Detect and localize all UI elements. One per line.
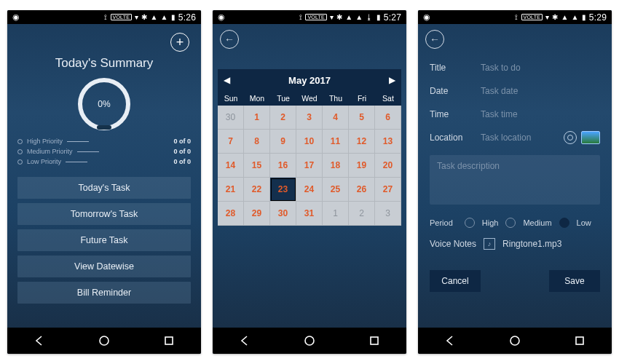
priority-label: Medium Priority [27, 148, 73, 155]
calendar-cell[interactable]: 9 [270, 130, 296, 154]
volte-badge: VOLTE [305, 14, 326, 20]
calendar-cell[interactable]: 23 [270, 178, 296, 202]
period-label: Period [430, 218, 453, 227]
field-label-title: Title [430, 63, 470, 73]
priority-dot-icon [17, 159, 23, 165]
calendar-cell[interactable]: 20 [375, 154, 401, 178]
menu-todays-task[interactable]: Today's Task [17, 177, 191, 199]
description-input[interactable]: Task description [430, 155, 600, 205]
image-thumbnail-icon[interactable] [581, 131, 600, 144]
calendar-cell[interactable]: 16 [270, 154, 296, 178]
svg-point-2 [305, 336, 314, 345]
time-input[interactable]: Task time [481, 109, 600, 119]
calendar-cell[interactable]: 25 [323, 178, 349, 202]
calendar-cell[interactable]: 21 [218, 178, 244, 202]
nav-back-icon[interactable] [230, 332, 259, 349]
android-navbar [213, 328, 406, 354]
radio-label-low: Low [577, 218, 591, 227]
radio-low[interactable] [559, 218, 569, 228]
back-button[interactable]: ← [425, 30, 444, 49]
calendar-cell[interactable]: 28 [218, 202, 244, 226]
nav-back-icon[interactable] [435, 332, 465, 349]
calendar-cell[interactable]: 13 [375, 130, 401, 154]
app-indicator-icon: ◉ [423, 12, 430, 22]
description-placeholder: Task description [437, 161, 500, 171]
calendar-cell[interactable]: 14 [218, 154, 244, 178]
priority-legend: High Priority 0 of 0 Medium Priority 0 o… [17, 136, 191, 167]
calendar-cell[interactable]: 10 [296, 130, 323, 154]
battery-icon: ▮ [376, 13, 381, 21]
voice-file-name[interactable]: Ringtone1.mp3 [502, 239, 561, 249]
nav-home-icon[interactable] [500, 332, 529, 349]
radio-high[interactable] [465, 218, 475, 228]
calendar-cell[interactable]: 15 [244, 154, 270, 178]
calendar-cell[interactable]: 8 [244, 130, 270, 154]
settings-icon: ✱ [552, 13, 558, 21]
calendar-cell[interactable]: 30 [218, 106, 244, 130]
progress-percent: 0% [98, 99, 110, 109]
location-input[interactable]: Task location [481, 132, 553, 143]
nav-recents-icon[interactable] [154, 332, 184, 349]
nav-home-icon[interactable] [295, 332, 324, 349]
radio-medium[interactable] [505, 218, 516, 228]
calendar-cell[interactable]: 24 [296, 178, 323, 202]
calendar-cell[interactable]: 12 [349, 130, 375, 154]
calendar-cell[interactable]: 11 [323, 130, 349, 154]
calendar-cell[interactable]: 3 [296, 106, 323, 130]
calendar-cell[interactable]: 27 [375, 178, 401, 202]
calendar-day-label: Wed [296, 91, 323, 106]
add-task-button[interactable]: + [170, 33, 189, 52]
music-note-icon[interactable] [484, 238, 495, 250]
priority-dot-icon [17, 139, 23, 144]
nav-recents-icon[interactable] [565, 332, 594, 349]
svg-rect-1 [165, 337, 173, 344]
app-indicator-icon: ◉ [218, 12, 225, 22]
calendar-cell[interactable]: 6 [375, 106, 401, 130]
nav-back-icon[interactable] [25, 332, 54, 349]
signal-icon: ▲ [572, 13, 579, 21]
menu-bill-reminder[interactable]: Bill Reminder [17, 282, 191, 304]
calendar-cell[interactable]: 17 [296, 154, 323, 178]
calendar-cell[interactable]: 2 [270, 106, 296, 130]
back-button[interactable]: ← [220, 30, 239, 49]
calendar-cell[interactable]: 3 [375, 202, 401, 226]
calendar-cell[interactable]: 7 [218, 130, 244, 154]
calendar-cell[interactable]: 26 [349, 178, 375, 202]
calendar-cell[interactable]: 1 [323, 202, 349, 226]
next-month-button[interactable]: ▶ [389, 75, 395, 85]
calendar-cell[interactable]: 29 [244, 202, 270, 226]
calendar-cell[interactable]: 18 [323, 154, 349, 178]
signal-icon: ▲ [161, 13, 168, 21]
status-bar: ◉ ⟟ VOLTE ▾ ✱ ▲ ▲ ▮ 5:29 [418, 10, 612, 24]
calendar-day-label: Fri [349, 91, 375, 106]
calendar-header: ◀ May 2017 ▶ [218, 69, 401, 91]
nav-home-icon[interactable] [90, 332, 119, 349]
save-button[interactable]: Save [549, 270, 600, 292]
calendar: ◀ May 2017 ▶ SunMonTueWedThuFriSat 30123… [218, 69, 401, 226]
menu-future-task[interactable]: Future Task [17, 229, 191, 251]
prev-month-button[interactable]: ◀ [224, 75, 230, 85]
menu-view-datewise[interactable]: View Datewise [17, 256, 191, 277]
calendar-cell[interactable]: 31 [296, 202, 323, 226]
location-pin-icon[interactable] [564, 131, 577, 144]
calendar-cell[interactable]: 4 [323, 106, 349, 130]
date-input[interactable]: Task date [481, 86, 600, 96]
calendar-cell[interactable]: 5 [349, 106, 375, 130]
main-menu: Today's Task Tomorrow's Task Future Task… [17, 177, 191, 304]
priority-label: High Priority [27, 138, 63, 145]
calendar-cell[interactable]: 30 [270, 202, 296, 226]
nav-recents-icon[interactable] [360, 332, 389, 349]
calendar-day-label: Sat [375, 91, 401, 106]
calendar-cell[interactable]: 19 [349, 154, 375, 178]
calendar-cell[interactable]: 22 [244, 178, 270, 202]
status-time: 5:29 [589, 12, 607, 23]
title-input[interactable]: Task to do [481, 63, 600, 73]
calendar-day-label: Mon [244, 91, 270, 106]
calendar-cell[interactable]: 2 [349, 202, 375, 226]
cancel-button[interactable]: Cancel [430, 270, 481, 292]
signal-icon: ▲ [150, 13, 157, 21]
gps-icon: ⟟ [515, 13, 518, 22]
field-label-date: Date [430, 86, 470, 96]
menu-tomorrows-task[interactable]: Tomorrow's Task [17, 203, 191, 225]
calendar-cell[interactable]: 1 [244, 106, 270, 130]
